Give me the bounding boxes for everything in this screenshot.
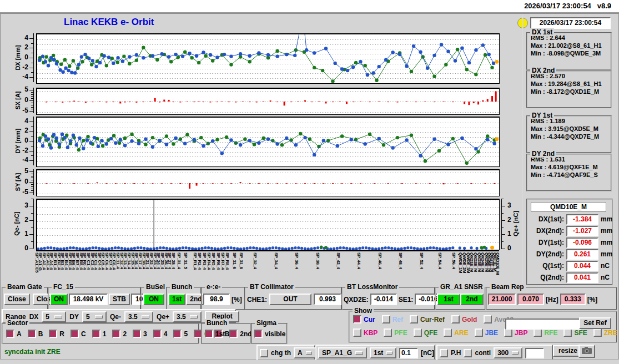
- dx-minor-tick: [31, 53, 33, 53]
- qmd-dx2-value: -1.027: [566, 226, 598, 236]
- sector-a-label: A: [17, 330, 22, 338]
- points-dropdown[interactable]: 300: [494, 347, 522, 358]
- bunch-select-2nd-checkbox[interactable]: [229, 330, 238, 338]
- sector-5-item: 5: [173, 330, 188, 338]
- che1-value-display: 0.993: [314, 294, 341, 305]
- qe-plus-tick-label: 1: [507, 230, 519, 237]
- dy-tick-label: 4: [16, 117, 28, 125]
- show-pfe-checkbox[interactable]: [384, 328, 392, 337]
- show-zre-checkbox[interactable]: [593, 328, 602, 337]
- dy-plot-canvas: [37, 118, 499, 166]
- qe-plus-major-tick: [501, 234, 505, 235]
- chg-th-dropdown[interactable]: A: [294, 347, 316, 358]
- dx-tick-label: 2: [16, 43, 28, 51]
- range-dy-dropdown[interactable]: 5: [82, 311, 107, 322]
- extra-input[interactable]: [525, 348, 544, 358]
- sector-5-checkbox[interactable]: [173, 330, 182, 338]
- sector-2-label: 2: [123, 330, 127, 338]
- show-cur-checkbox[interactable]: [353, 315, 361, 323]
- sector-b-checkbox[interactable]: [28, 330, 36, 338]
- sector-c-checkbox[interactable]: [71, 330, 79, 338]
- sy-minor-tick: [31, 178, 33, 178]
- bunch-select-1st-checkbox[interactable]: [205, 330, 213, 338]
- show-sfe-checkbox[interactable]: [563, 328, 572, 337]
- show-ref-checkbox[interactable]: [382, 315, 390, 323]
- qmd-dx1-label: DX(1st):: [527, 215, 564, 223]
- stats-dx2-legend: DX 2nd: [530, 67, 556, 74]
- bt-collimator-group: BT Collimator CHE1: OUT 0.993: [244, 287, 342, 310]
- show-jbe-checkbox[interactable]: [475, 328, 483, 337]
- show-qfe-checkbox[interactable]: [414, 328, 422, 337]
- qe-plus-tick-label: 0: [507, 244, 519, 252]
- qe-plus-major-tick: [501, 206, 505, 206]
- fc15-stb-button[interactable]: STB: [109, 294, 130, 305]
- dy-tick-label: 0: [16, 136, 28, 144]
- range-dx-dropdown[interactable]: 5: [42, 311, 66, 322]
- sy-minor-tick: [31, 174, 33, 174]
- sector-legend: Sector: [6, 319, 29, 327]
- sector-4-label: 4: [164, 330, 168, 338]
- sx-major-tick: [29, 90, 33, 90]
- version-text: v8.9: [597, 2, 611, 10]
- dy-tick-label: -2: [16, 146, 28, 154]
- set-ref-button[interactable]: Set Ref: [579, 317, 611, 329]
- snapshot-camera-button[interactable]: [578, 345, 595, 358]
- sy-minor-tick: [31, 189, 33, 189]
- sp-bunch-dropdown[interactable]: 1st: [370, 347, 396, 358]
- show-kbp-checkbox[interactable]: [353, 328, 361, 337]
- beam-gate-close-1-button[interactable]: Close: [4, 294, 30, 305]
- sector-2-checkbox[interactable]: [112, 330, 120, 338]
- bunch-select-2nd-item: 2nd: [229, 330, 251, 338]
- sector-3-checkbox[interactable]: [133, 330, 141, 338]
- show-are-checkbox[interactable]: [444, 328, 452, 337]
- ph-checkbox[interactable]: [440, 349, 448, 357]
- show-are-label: ARE: [454, 329, 468, 337]
- show-rfe-checkbox[interactable]: [534, 328, 542, 337]
- sector-a-checkbox[interactable]: [6, 330, 14, 338]
- ee-ratio-unit: [%]: [232, 296, 242, 304]
- set-ref-input[interactable]: [505, 318, 581, 330]
- conti-checkbox[interactable]: [464, 349, 472, 357]
- q-major-tick: [29, 234, 33, 235]
- dx-minor-tick: [31, 72, 33, 73]
- sp-monitor-dropdown[interactable]: SP_A1_G: [318, 347, 367, 358]
- beam-rep-pct-unit: [%]: [587, 296, 598, 304]
- gr-snsr-1st-button[interactable]: 1st: [437, 294, 460, 305]
- dropdown-dash-icon: [306, 351, 312, 355]
- show-jbe-item: JBE: [475, 328, 498, 337]
- qe-plus-tick-label: 3: [507, 201, 519, 209]
- show-kbp-label: KBP: [364, 329, 378, 337]
- threshold-input[interactable]: [399, 348, 418, 358]
- sy-major-tick: [29, 171, 33, 172]
- busel-on-button[interactable]: ON: [143, 294, 164, 305]
- dx-major-tick: [29, 58, 33, 58]
- sy-major-tick: [29, 182, 33, 183]
- dx-minor-tick: [31, 63, 33, 63]
- show-ave10-checkbox[interactable]: [484, 315, 492, 323]
- sy-plot: [36, 169, 500, 196]
- show-jbp-checkbox[interactable]: [504, 328, 512, 337]
- qe-plus-tick-label: 2: [507, 216, 519, 224]
- qe-plus-minor-tick: [501, 199, 504, 199]
- show-gold-checkbox[interactable]: [451, 315, 460, 323]
- sector-r-checkbox[interactable]: [49, 330, 57, 338]
- chg-th-checkbox[interactable]: [260, 349, 268, 357]
- show-curref-checkbox[interactable]: [410, 315, 418, 323]
- bpm-label-sp_38_4: SP_38_4: [315, 252, 320, 269]
- bpm-label-sp_54_4: SP_54_4: [437, 252, 442, 269]
- q-tick-label: 2: [16, 216, 28, 224]
- gr-snsr-2nd-button[interactable]: 2nd: [460, 294, 484, 305]
- sector-1-checkbox[interactable]: [92, 330, 100, 338]
- show-ref-item: Ref: [382, 315, 403, 323]
- bunch-1st-button[interactable]: 1st: [168, 294, 185, 305]
- bpm-label-sp_34_4: SP_34_4: [274, 252, 279, 269]
- sigma-visible-checkbox[interactable]: [254, 330, 263, 338]
- q-major-tick: [29, 206, 33, 206]
- fc15-on-button[interactable]: ON: [50, 294, 68, 305]
- range-qep-dropdown[interactable]: 3.5: [173, 311, 202, 322]
- busel-group: BuSel ON: [140, 287, 167, 310]
- sector-4-checkbox[interactable]: [153, 330, 162, 338]
- range-qem-dropdown[interactable]: 3.5: [124, 311, 153, 322]
- che1-out-button[interactable]: OUT: [269, 294, 311, 305]
- q-minor-tick: [31, 241, 33, 242]
